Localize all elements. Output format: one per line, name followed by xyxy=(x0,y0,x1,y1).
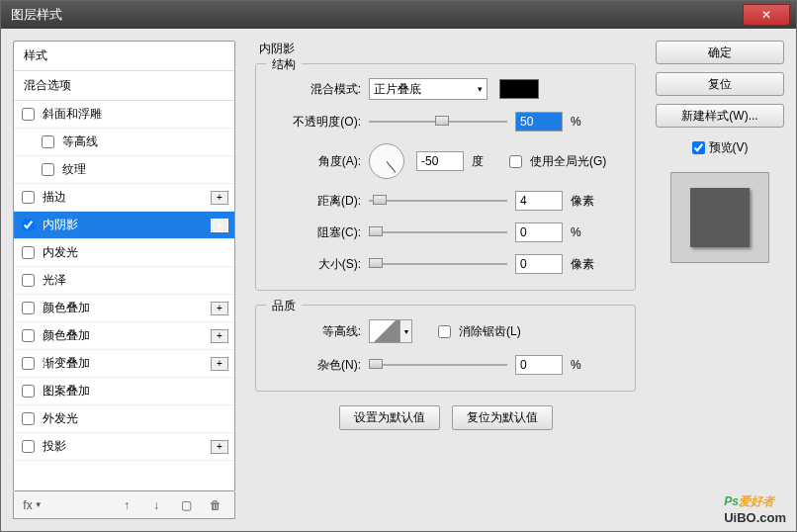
contour-dropdown[interactable]: ▾ xyxy=(400,319,412,343)
blend-mode-select[interactable]: 正片叠底 ▾ xyxy=(369,78,487,100)
preview-box xyxy=(670,172,769,263)
delete-effect-button[interactable]: 🗑 xyxy=(203,495,228,515)
right-panel: 确定 复位 新建样式(W)... 预览(V) xyxy=(656,41,784,519)
sidebar-footer: fx▼ ↑ ↓ ▢ 🗑 xyxy=(13,491,235,519)
angle-dial[interactable] xyxy=(369,143,404,179)
style-row-9[interactable]: 渐变叠加+ xyxy=(14,350,234,378)
style-row-3[interactable]: 描边+ xyxy=(14,184,234,212)
style-checkbox[interactable] xyxy=(42,163,54,176)
make-default-button[interactable]: 设置为默认值 xyxy=(339,405,440,430)
opacity-input[interactable] xyxy=(515,112,563,132)
style-checkbox[interactable] xyxy=(22,329,35,342)
style-row-0[interactable]: 斜面和浮雕 xyxy=(14,101,234,129)
down-arrow-icon[interactable]: ↓ xyxy=(143,495,169,515)
style-checkbox[interactable] xyxy=(22,385,35,398)
choke-slider[interactable] xyxy=(369,224,507,240)
cancel-button[interactable]: 复位 xyxy=(656,72,784,96)
style-row-5[interactable]: 内发光 xyxy=(14,239,234,267)
add-effect-button[interactable]: ▢ xyxy=(173,495,199,515)
reset-default-button[interactable]: 复位为默认值 xyxy=(452,405,553,430)
add-instance-button[interactable]: + xyxy=(211,357,228,371)
style-checkbox[interactable] xyxy=(22,302,35,314)
style-label: 斜面和浮雕 xyxy=(43,106,102,123)
preview-checkbox[interactable] xyxy=(692,141,705,154)
add-instance-button[interactable]: + xyxy=(211,219,228,232)
blend-mode-label: 混合模式: xyxy=(272,81,361,98)
noise-slider[interactable] xyxy=(369,357,507,373)
contour-picker[interactable] xyxy=(369,319,400,343)
distance-input[interactable] xyxy=(515,191,563,211)
style-checkbox[interactable] xyxy=(22,357,35,370)
ok-button[interactable]: 确定 xyxy=(656,41,784,64)
style-checkbox[interactable] xyxy=(22,191,35,204)
size-input[interactable] xyxy=(515,254,563,274)
style-checkbox[interactable] xyxy=(22,246,35,259)
choke-label: 阻塞(C): xyxy=(272,224,361,241)
chevron-down-icon: ▾ xyxy=(478,84,483,94)
effect-title: 内阴影 xyxy=(255,41,636,57)
style-row-12[interactable]: 投影+ xyxy=(14,433,234,461)
style-row-11[interactable]: 外发光 xyxy=(14,405,234,433)
choke-input[interactable] xyxy=(515,222,563,242)
add-instance-button[interactable]: + xyxy=(211,329,228,343)
size-unit: 像素 xyxy=(571,256,600,273)
angle-label: 角度(A): xyxy=(272,153,361,170)
style-checkbox[interactable] xyxy=(42,135,54,148)
global-light-label: 使用全局光(G) xyxy=(530,153,606,170)
style-label: 内发光 xyxy=(43,244,78,261)
style-label: 投影 xyxy=(43,438,66,455)
options-panel: 内阴影 结构 混合模式: 正片叠底 ▾ 不透明度(O): % xyxy=(247,41,644,519)
noise-unit: % xyxy=(571,358,600,372)
style-label: 图案叠加 xyxy=(43,383,90,399)
styles-header[interactable]: 样式 xyxy=(14,42,234,71)
trash-icon: 🗑 xyxy=(210,498,221,512)
contour-label: 等高线: xyxy=(272,323,361,340)
antialias-label: 消除锯齿(L) xyxy=(459,323,521,340)
close-button[interactable]: ✕ xyxy=(743,4,790,26)
style-label: 颜色叠加 xyxy=(43,327,90,344)
style-row-1[interactable]: 等高线 xyxy=(14,129,234,156)
style-row-7[interactable]: 颜色叠加+ xyxy=(14,295,234,322)
style-label: 光泽 xyxy=(43,272,66,289)
style-label: 外发光 xyxy=(43,410,78,427)
close-icon: ✕ xyxy=(761,8,771,22)
style-row-4[interactable]: 内阴影+ xyxy=(14,212,234,239)
add-instance-button[interactable]: + xyxy=(211,302,228,315)
preview-label: 预览(V) xyxy=(709,139,749,156)
opacity-slider[interactable] xyxy=(369,114,507,130)
style-row-2[interactable]: 纹理 xyxy=(14,156,234,184)
antialias-checkbox[interactable] xyxy=(438,325,451,338)
dialog-title: 图层样式 xyxy=(11,6,62,24)
blend-options-header[interactable]: 混合选项 xyxy=(14,71,234,101)
fx-menu-button[interactable]: fx▼ xyxy=(20,495,45,515)
style-label: 描边 xyxy=(43,189,66,206)
shadow-color-swatch[interactable] xyxy=(499,79,539,99)
noise-label: 杂色(N): xyxy=(272,357,361,374)
opacity-label: 不透明度(O): xyxy=(272,114,361,131)
quality-legend: 品质 xyxy=(266,298,302,314)
angle-input[interactable] xyxy=(416,151,464,171)
style-label: 等高线 xyxy=(62,133,98,150)
up-arrow-icon[interactable]: ↑ xyxy=(114,495,139,515)
style-label: 渐变叠加 xyxy=(43,355,90,372)
style-label: 内阴影 xyxy=(43,217,78,233)
style-checkbox[interactable] xyxy=(22,219,35,231)
distance-slider[interactable] xyxy=(369,193,507,209)
style-checkbox[interactable] xyxy=(22,108,35,121)
watermark: Ps爱好者 UiBO.com xyxy=(724,489,786,525)
style-row-8[interactable]: 颜色叠加+ xyxy=(14,322,234,350)
plus-icon: ▢ xyxy=(181,498,192,512)
style-row-10[interactable]: 图案叠加 xyxy=(14,378,234,405)
noise-input[interactable] xyxy=(515,355,563,375)
style-label: 纹理 xyxy=(62,161,86,178)
global-light-checkbox[interactable] xyxy=(509,155,522,168)
add-instance-button[interactable]: + xyxy=(211,440,228,454)
style-checkbox[interactable] xyxy=(22,412,35,425)
style-checkbox[interactable] xyxy=(22,274,35,287)
style-checkbox[interactable] xyxy=(22,440,35,453)
size-slider[interactable] xyxy=(369,256,507,272)
style-row-6[interactable]: 光泽 xyxy=(14,267,234,295)
new-style-button[interactable]: 新建样式(W)... xyxy=(656,104,784,128)
add-instance-button[interactable]: + xyxy=(211,191,228,205)
layer-style-dialog: 图层样式 ✕ 样式 混合选项 斜面和浮雕等高线纹理描边+内阴影+内发光光泽颜色叠… xyxy=(0,0,797,532)
